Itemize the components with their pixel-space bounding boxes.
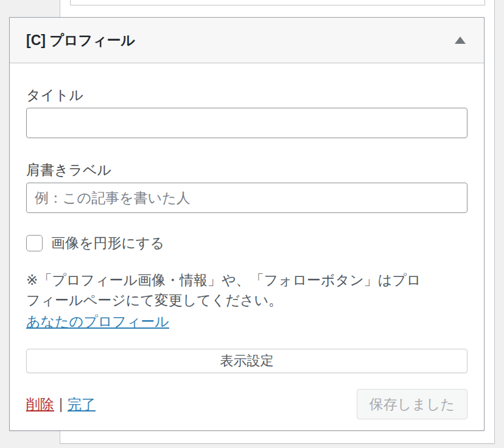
widget-body: タイトル 肩書きラベル 画像を円形にする ※「プロフィール画像・情報」や、「フォ…: [10, 86, 484, 438]
done-link[interactable]: 完了: [68, 395, 96, 414]
circle-image-checkbox-label: 画像を円形にする: [51, 234, 164, 253]
title-input[interactable]: [26, 108, 467, 138]
footer-separator: |: [59, 396, 63, 413]
profile-widget: [C] プロフィール タイトル 肩書きラベル 画像を円形にする ※「プロフィール…: [9, 17, 485, 431]
widget-footer: 削除 | 完了 保存しました: [26, 389, 467, 419]
widget-header[interactable]: [C] プロフィール: [10, 18, 484, 63]
profile-note-text: ※「プロフィール画像・情報」や、「フォローボタン」はプロ フィールページにて変更…: [26, 270, 467, 310]
widget-title: [C] プロフィール: [26, 31, 135, 50]
collapse-triangle-icon[interactable]: [455, 37, 466, 44]
circle-image-checkbox[interactable]: [26, 235, 43, 251]
saved-status-button: 保存しました: [357, 389, 467, 419]
display-settings-button[interactable]: 表示設定: [26, 349, 467, 373]
previous-widget-partial: [70, 0, 485, 5]
title-field-label: タイトル: [26, 86, 467, 104]
subtitle-field-label: 肩書きラベル: [26, 161, 467, 179]
footer-links: 削除 | 完了: [26, 395, 96, 414]
your-profile-link[interactable]: あなたのプロフィール: [26, 312, 169, 332]
circle-image-checkbox-row[interactable]: 画像を円形にする: [26, 234, 467, 253]
widgets-admin-page: { "widget": { "title": "[C] プロフィール", "fi…: [0, 0, 504, 448]
delete-widget-link[interactable]: 削除: [26, 395, 54, 414]
subtitle-input[interactable]: [26, 183, 467, 213]
